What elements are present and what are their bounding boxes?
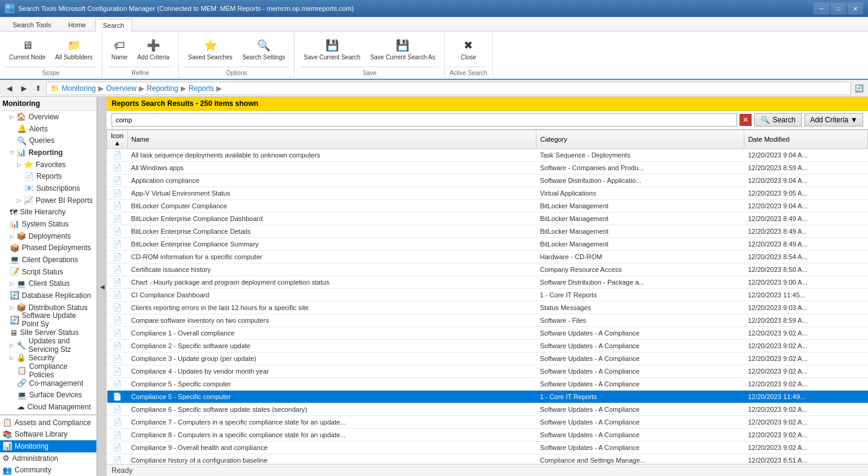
sidebar-item-client-status[interactable]: ▷ 💻 Client Status [0, 277, 96, 289]
table-row[interactable]: 📄 BitLocker Computer Compliance BitLocke… [107, 200, 868, 213]
table-row[interactable]: 📄 All Windows apps Software - Companies … [107, 162, 868, 174]
table-row[interactable]: 📄 Application compliance Software Distri… [107, 174, 868, 187]
minimize-button[interactable]: ─ [813, 2, 829, 15]
search-go-button[interactable]: 🔍 Search [754, 113, 802, 127]
save-current-search-button[interactable]: 💾 Save Current Search [299, 35, 364, 64]
table-row[interactable]: 📄 App-V Virtual Environment Status Virtu… [107, 187, 868, 200]
row-date: 12/20/2023 9:02 A... [744, 441, 868, 454]
col-name[interactable]: Name [127, 130, 536, 149]
row-name: CD-ROM information for a specific comput… [127, 251, 536, 263]
tab-home[interactable]: Home [60, 18, 93, 31]
up-button[interactable]: ⬆ [32, 82, 45, 95]
saved-searches-button[interactable]: ⭐ Saved Searches [184, 35, 236, 64]
report-icon: 📄 [112, 239, 122, 249]
row-category: Software Updates - A Compliance [536, 327, 744, 340]
back-button[interactable]: ◀ [2, 82, 16, 95]
breadcrumb-overview[interactable]: Overview [106, 84, 136, 93]
add-criteria-ribbon-button[interactable]: ➕ Add Criteria [133, 35, 173, 64]
table-row[interactable]: 📄 Clients reporting errors in the last 1… [107, 302, 868, 314]
table-row[interactable]: 📄 Compliance history of a configuration … [107, 454, 868, 464]
sidebar-item-updates-servicing[interactable]: ▷ 🔧 Updates and Servicing Stz [0, 339, 96, 352]
tab-search[interactable]: Search [95, 19, 132, 31]
col-date[interactable]: Date Modified [744, 130, 868, 149]
sidebar-item-queries[interactable]: 🔍 Queries [0, 134, 96, 147]
sidebar-item-overview[interactable]: ▷ 🏠 Overview [0, 111, 96, 123]
table-row[interactable]: 📄 BitLocker Enterprise Compliance Dashbo… [107, 213, 868, 225]
close-button[interactable]: ✕ [847, 2, 863, 15]
sidebar-item-community[interactable]: 👥 Community [0, 464, 96, 476]
all-subfolders-button[interactable]: 📁 All Subfolders [51, 35, 97, 64]
sidebar-item-system-status[interactable]: 📊 System Status [0, 218, 96, 230]
options-group-label: Options [184, 67, 289, 76]
report-icon: 📄 [112, 303, 122, 312]
table-row[interactable]: 📄 Compliance 4 - Updates by vendor month… [107, 365, 868, 378]
row-date: 12/20/2023 9:02 A... [744, 403, 868, 416]
results-header: Reports Search Results - 250 items shown [107, 97, 868, 111]
title-controls[interactable]: ─ □ ✕ [813, 2, 863, 15]
search-settings-button[interactable]: 🔍 Search Settings [238, 35, 290, 64]
sidebar-item-subscriptions[interactable]: 📧 Subscriptions [0, 182, 96, 194]
sidebar-item-client-ops[interactable]: 💻 Client Operations [0, 254, 96, 266]
table-row[interactable]: 📄 All task sequence deployments availabl… [107, 149, 868, 162]
row-icon-cell: 📄 [107, 251, 128, 263]
current-node-button[interactable]: 🖥 Current Node [5, 35, 50, 64]
sidebar-item-powerbi[interactable]: ▷ 📈 Power BI Reports [0, 194, 96, 207]
table-row[interactable]: 📄 Compliance 6 - Specific software updat… [107, 403, 868, 416]
table-row[interactable]: 📄 Chart - Hourly package and program dep… [107, 276, 868, 289]
table-row[interactable]: 📄 CI Compliance Dashboard 1 - Core IT Re… [107, 289, 868, 302]
save-current-as-button[interactable]: 💾 Save Current Search As [366, 35, 439, 64]
table-row[interactable]: 📄 Certificate issuance history Company R… [107, 263, 868, 276]
table-row[interactable]: 📄 BitLocker Enterprise Compliance Summar… [107, 238, 868, 251]
sidebar-item-site-hierarchy[interactable]: 🗺 Site Hierarchy [0, 206, 96, 218]
maximize-button[interactable]: □ [830, 2, 846, 15]
sidebar-item-reports[interactable]: 📄 Reports [0, 170, 96, 182]
sidebar-item-surface-devices[interactable]: 💻 Surface Devices [0, 389, 96, 401]
table-row[interactable]: 📄 Compliance 5 - Specific computer 1 - C… [107, 391, 868, 403]
table-row[interactable]: 📄 Compare software inventory on two comp… [107, 314, 868, 327]
table-row[interactable]: 📄 Compliance 3 - Update group (per updat… [107, 352, 868, 365]
breadcrumb-monitoring[interactable]: Monitoring [62, 84, 96, 93]
monitoring-nav-label: Monitoring [15, 442, 48, 451]
search-bar: ✕ 🔍 Search Add Criteria ▼ [107, 111, 868, 130]
sidebar-item-assets[interactable]: 📋 Assets and Compliance [0, 417, 96, 429]
sidebar-item-deployments[interactable]: ▷ 📦 Deployments [0, 230, 96, 242]
table-row[interactable]: 📄 Compliance 1 - Overall compliance Soft… [107, 327, 868, 340]
sidebar-item-db-replication[interactable]: 🔄 Database Replication [0, 289, 96, 302]
name-button[interactable]: 🏷 Name [107, 35, 132, 64]
sidebar-item-administration[interactable]: ⚙ Administration [0, 452, 96, 464]
breadcrumb-reporting[interactable]: Reporting [147, 84, 178, 93]
tab-search-tools[interactable]: Search Tools [5, 18, 59, 31]
table-row[interactable]: 📄 Compliance 9 - Overall health and comp… [107, 441, 868, 454]
forward-button[interactable]: ▶ [17, 82, 30, 95]
row-date: 12/20/2023 9:02 A... [744, 352, 868, 365]
nav-collapse-button[interactable]: ◀ [97, 97, 107, 476]
sidebar-item-script-status[interactable]: 📝 Script Status [0, 266, 96, 278]
col-category[interactable]: Category [536, 130, 744, 149]
search-input[interactable] [112, 113, 737, 127]
sidebar-item-reporting[interactable]: ▽ 📊 Reporting [0, 147, 96, 159]
sidebar-item-cloud-management[interactable]: ☁ Cloud Management [0, 401, 96, 413]
report-icon: 📄 [112, 163, 122, 173]
table-row[interactable]: 📄 Compliance 7 - Computers in a specific… [107, 416, 868, 429]
sidebar-item-compliance-policies[interactable]: 📋 Compliance Policies [0, 364, 96, 377]
sidebar-item-phased[interactable]: 📦 Phased Deployments [0, 242, 96, 254]
sidebar-item-monitoring[interactable]: 📊 Monitoring [0, 440, 96, 452]
sidebar-item-co-management[interactable]: 🔗 Co-management [0, 377, 96, 389]
report-icon: 📄 [112, 201, 122, 211]
breadcrumb-reports[interactable]: Reports [189, 84, 214, 93]
search-clear-button[interactable]: ✕ [739, 114, 752, 126]
sidebar-item-favorites[interactable]: ▷ ⭐ Favorites [0, 159, 96, 171]
refresh-button[interactable]: 🔄 [852, 82, 866, 95]
table-row[interactable]: 📄 BitLocker Enterprise Compliance Detail… [107, 225, 868, 238]
sidebar-item-alerts[interactable]: 🔔 Alerts [0, 123, 96, 135]
add-criteria-button[interactable]: Add Criteria ▼ [804, 113, 863, 127]
col-icon[interactable]: Icon ▲ [107, 130, 128, 149]
close-search-button[interactable]: ✖ Close [456, 35, 481, 64]
table-row[interactable]: 📄 Compliance 8 - Computers in a specific… [107, 429, 868, 441]
alerts-label: Alerts [29, 125, 48, 133]
sidebar-item-software-update[interactable]: 🔄 Software Update Point Sy [0, 313, 96, 326]
table-row[interactable]: 📄 Compliance 5 - Specific computer Softw… [107, 378, 868, 391]
table-row[interactable]: 📄 Compliance 2 - Specific software updat… [107, 340, 868, 352]
table-row[interactable]: 📄 CD-ROM information for a specific comp… [107, 251, 868, 263]
sidebar-item-software-library[interactable]: 📚 Software Library [0, 428, 96, 440]
